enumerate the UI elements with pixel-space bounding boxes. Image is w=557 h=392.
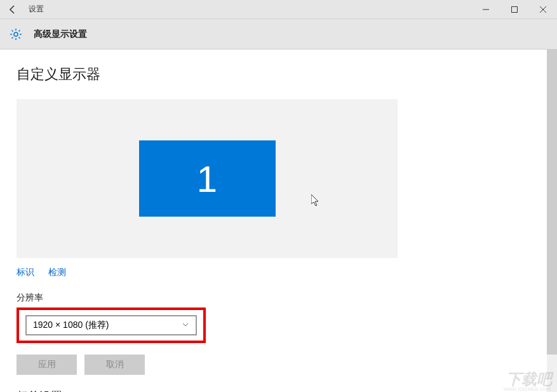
back-button[interactable] <box>0 0 25 19</box>
header-title: 高级显示设置 <box>34 29 87 40</box>
vertical-scrollbar[interactable] <box>547 50 557 392</box>
action-buttons: 应用 取消 <box>17 355 540 375</box>
maximize-button[interactable] <box>500 0 528 19</box>
gear-icon <box>10 28 22 41</box>
window-titlebar: 设置 <box>0 0 557 19</box>
monitor-1[interactable]: 1 <box>139 140 276 217</box>
close-icon <box>540 6 546 13</box>
content-area: 自定义显示器 1 标识 检测 分辨率 1920 × 1080 (推荐) 应用 取… <box>0 50 557 392</box>
display-preview-area: 1 <box>17 99 398 258</box>
scrollbar-thumb[interactable] <box>547 50 557 355</box>
page-title: 自定义显示器 <box>17 65 540 84</box>
back-arrow-icon <box>8 4 18 15</box>
svg-point-4 <box>14 32 18 36</box>
next-section-heading: 相关设置 <box>17 389 540 392</box>
titlebar-left: 设置 <box>0 0 471 19</box>
minimize-button[interactable] <box>471 0 500 19</box>
page-header: 高级显示设置 <box>0 19 557 50</box>
identify-link[interactable]: 标识 <box>17 267 34 278</box>
display-links: 标识 检测 <box>17 267 540 278</box>
close-button[interactable] <box>528 0 557 19</box>
detect-link[interactable]: 检测 <box>48 267 66 278</box>
maximize-icon <box>511 6 518 13</box>
resolution-dropdown[interactable]: 1920 × 1080 (推荐) <box>25 315 197 335</box>
resolution-highlight: 1920 × 1080 (推荐) <box>17 308 206 343</box>
minimize-icon <box>483 6 489 13</box>
window-controls <box>471 0 557 19</box>
watermark-url: www.xiazaiba.com <box>504 386 551 392</box>
app-title: 设置 <box>29 4 44 15</box>
chevron-down-icon <box>182 320 189 330</box>
svg-rect-1 <box>511 6 517 12</box>
apply-button[interactable]: 应用 <box>17 355 77 375</box>
monitor-number: 1 <box>197 158 217 200</box>
cancel-button[interactable]: 取消 <box>84 355 145 375</box>
resolution-label: 分辨率 <box>17 292 540 304</box>
resolution-value: 1920 × 1080 (推荐) <box>33 320 109 331</box>
